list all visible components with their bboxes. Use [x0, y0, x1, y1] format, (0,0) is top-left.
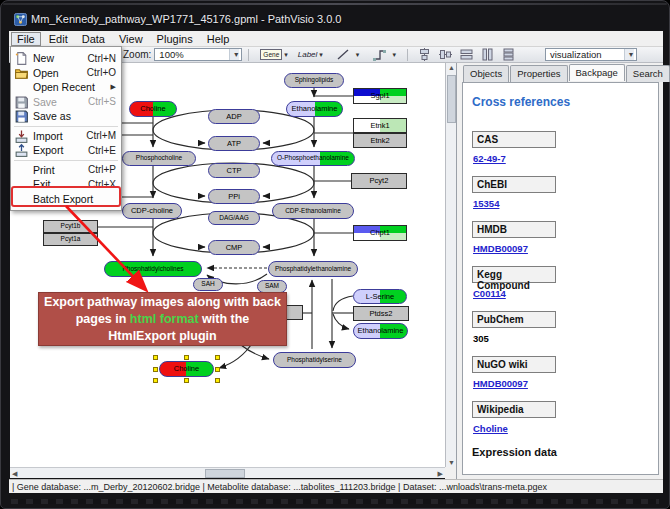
- file-menu-item-open[interactable]: OpenCtrl+O: [11, 66, 121, 81]
- file-menu-item-save-as[interactable]: Save as: [11, 109, 121, 124]
- pathway-node-ctp[interactable]: CTP: [208, 163, 260, 178]
- visualization-combobox[interactable]: visualization ▾: [545, 48, 637, 61]
- chevron-down-icon[interactable]: ▾: [284, 51, 288, 59]
- pathway-node-phosphatidylethanolamine[interactable]: Phosphatidylethanolamine: [268, 261, 358, 277]
- selection-handle[interactable]: [215, 378, 220, 383]
- chevron-down-icon[interactable]: ▾: [229, 49, 239, 60]
- align-center-horizontal-icon[interactable]: [417, 47, 432, 62]
- submenu-arrow-icon: ▶: [111, 83, 116, 91]
- xref-link[interactable]: HMDB00097: [473, 378, 658, 390]
- xref-section-cas: CAS: [472, 131, 556, 148]
- tab-properties[interactable]: Properties: [510, 65, 567, 82]
- xref-link[interactable]: 62-49-7: [473, 153, 658, 165]
- selection-handle[interactable]: [153, 378, 158, 383]
- pathvisio-app-icon: [14, 13, 27, 26]
- pathway-node-cdp-ethanolamine[interactable]: CDP-Ethanolamine: [272, 203, 354, 219]
- pathway-node-phosphatidylcholines[interactable]: Phosphatidylcholines: [104, 261, 202, 277]
- vertical-scrollbar-thumb[interactable]: [447, 75, 456, 123]
- file-menu-item-import[interactable]: ImportCtrl+M: [11, 129, 121, 144]
- file-menu-item-print[interactable]: PrintCtrl+P: [11, 163, 121, 178]
- pathway-node-cmp[interactable]: CMP: [208, 240, 260, 255]
- scroll-left-icon[interactable]: ◀: [12, 470, 17, 478]
- horizontal-scrollbar-thumb[interactable]: [205, 469, 245, 478]
- menu-item-label: Save: [33, 96, 82, 108]
- tab-objects[interactable]: Objects: [463, 65, 509, 82]
- menu-data[interactable]: Data: [76, 32, 111, 46]
- connector-tool-button[interactable]: ▾: [366, 45, 399, 64]
- horizontal-scrollbar[interactable]: ◀ ▶: [10, 467, 445, 478]
- pathway-node-chpt1[interactable]: Chpt1: [353, 225, 407, 241]
- pathway-node-dag-aag[interactable]: DAG/AAG: [208, 211, 260, 225]
- selection-handle[interactable]: [184, 355, 189, 360]
- menu-help[interactable]: Help: [201, 32, 236, 46]
- gene-datanode-tool-button[interactable]: Gene ▾: [257, 47, 290, 62]
- xref-link[interactable]: Choline: [473, 423, 658, 435]
- tab-backpage[interactable]: Backpage: [569, 64, 625, 81]
- line-tool-button[interactable]: ▾: [330, 45, 363, 64]
- cross-references-heading: Cross references: [472, 95, 658, 109]
- xref-value: 305: [473, 333, 658, 345]
- pathway-node-ptdss2[interactable]: Ptdss2: [353, 306, 409, 321]
- menu-plugins[interactable]: Plugins: [151, 32, 199, 46]
- open-folder-icon: [14, 66, 29, 80]
- pathway-node-choline-top[interactable]: Choline: [129, 101, 177, 117]
- pathway-node-sgpl1[interactable]: Sgpl1: [353, 88, 407, 104]
- xref-section-kegg-compound: Kegg Compound: [472, 266, 556, 283]
- pathway-node-ppi[interactable]: PPi: [208, 189, 260, 204]
- pathway-node-pcyt1a[interactable]: Pcyt1a: [43, 233, 98, 246]
- tab-search[interactable]: Search: [626, 65, 670, 82]
- selection-handle[interactable]: [153, 355, 158, 360]
- chevron-down-icon[interactable]: ▾: [356, 51, 360, 59]
- pathway-node-phosphatidylserine[interactable]: Phosphatidylserine: [273, 352, 356, 368]
- scroll-down-icon[interactable]: ▼: [448, 459, 455, 466]
- menu-file[interactable]: File: [11, 32, 41, 46]
- pathway-node-sah[interactable]: SAH: [193, 278, 223, 291]
- common-width-icon[interactable]: [459, 47, 474, 62]
- pathway-node-pisd-partial[interactable]: [286, 305, 303, 320]
- scroll-up-icon[interactable]: ▲: [448, 64, 455, 71]
- chevron-down-icon[interactable]: ▾: [319, 51, 323, 59]
- stack-icon[interactable]: [501, 47, 516, 62]
- zoom-combobox[interactable]: 100% ▾: [154, 48, 242, 61]
- selection-handle[interactable]: [215, 355, 220, 360]
- chevron-down-icon[interactable]: ▾: [392, 51, 396, 59]
- menu-item-label: Import: [33, 130, 80, 142]
- label-tool-button[interactable]: Label ▾: [295, 48, 326, 61]
- chevron-down-icon[interactable]: ▾: [624, 49, 634, 60]
- pathway-node-atp[interactable]: ATP: [208, 136, 260, 151]
- align-center-vertical-icon[interactable]: [438, 47, 453, 62]
- menu-view[interactable]: View: [113, 32, 149, 46]
- pathway-node-choline-selected[interactable]: Choline: [159, 361, 214, 377]
- selection-handle[interactable]: [184, 378, 189, 383]
- xref-link[interactable]: 15354: [473, 198, 658, 210]
- pathway-node-ethanolamine-bottom[interactable]: Ethanolamine: [353, 323, 408, 339]
- pathway-node-l-serine[interactable]: L-Serine: [353, 289, 407, 304]
- common-height-icon[interactable]: [480, 47, 495, 62]
- pathway-node-etnk1[interactable]: Etnk1: [353, 118, 407, 133]
- pathway-node-etnk2[interactable]: Etnk2: [353, 133, 407, 148]
- pathway-node-ethanolamine-top[interactable]: Ethanolamine: [286, 101, 343, 117]
- pathway-node-pcyt2[interactable]: Pcyt2: [351, 173, 407, 189]
- annotation-line2-highlight: html format: [130, 312, 199, 326]
- status-text: | Gene database: ...m_Derby_20120602.bri…: [12, 482, 547, 492]
- file-menu-item-export[interactable]: ExportCtrl+E: [11, 143, 121, 158]
- file-menu-item-save[interactable]: SaveCtrl+S: [11, 95, 121, 110]
- batch-export-highlight-box: [11, 186, 121, 207]
- xref-link[interactable]: C00114: [473, 288, 658, 300]
- save-icon: [14, 95, 29, 109]
- pathway-node-phosphocholine[interactable]: Phosphocholine: [122, 151, 196, 166]
- pathway-node-o-phosphoethanolamine[interactable]: O-Phosphoethanolamine: [271, 151, 355, 166]
- xref-link[interactable]: HMDB00097: [473, 243, 658, 255]
- pathway-node-adp[interactable]: ADP: [208, 109, 260, 124]
- file-menu-item-open-recent[interactable]: Open Recent▶: [11, 80, 121, 95]
- pathway-node-cdp-choline[interactable]: CDP-choline: [122, 203, 182, 219]
- selection-handle[interactable]: [215, 367, 220, 372]
- scroll-right-icon[interactable]: ▶: [438, 470, 443, 478]
- file-menu-item-new[interactable]: NewCtrl+N: [11, 51, 121, 66]
- gene-tool-icon: Gene: [260, 49, 282, 60]
- menu-edit[interactable]: Edit: [43, 32, 74, 46]
- selection-handle[interactable]: [153, 367, 158, 372]
- pathway-node-pcyt1b[interactable]: Pcyt1b: [43, 220, 98, 233]
- vertical-scrollbar[interactable]: ▲ ▼: [445, 63, 456, 467]
- pathway-node-sphingolipids[interactable]: Sphingolipids: [284, 73, 344, 88]
